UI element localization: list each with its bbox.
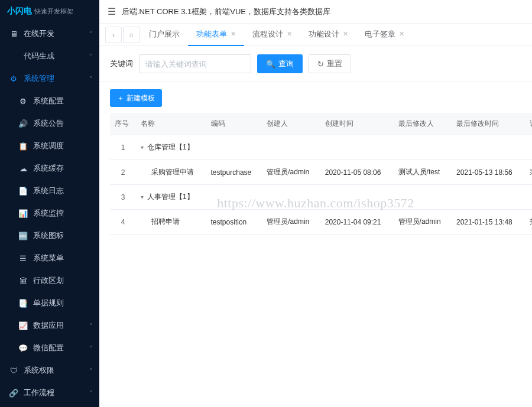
sidebar-subitem[interactable]: 🏛行政区划 xyxy=(0,269,99,292)
hamburger-icon[interactable]: ☰ xyxy=(108,6,116,17)
sidebar-subitem[interactable]: ⚙系统配置 xyxy=(0,90,99,112)
close-icon[interactable]: ✕ xyxy=(231,30,236,38)
menu-icon: ⚙ xyxy=(18,97,28,106)
topbar: ☰ 后端.NET CORE 3.1框架，前端VUE，数据库支持各类数据库 xyxy=(99,0,532,24)
menu-label: 系统调度 xyxy=(33,141,64,151)
tabs-home-icon[interactable]: ⌂ xyxy=(123,27,140,43)
cell-modified: 2021-05-13 18:56 xyxy=(452,160,525,185)
menu-label: 代码生成 xyxy=(24,51,54,61)
sidebar-item[interactable]: 🖥在线开发˅ xyxy=(0,22,99,45)
sidebar-subitem[interactable]: 📑单据规则 xyxy=(0,292,99,314)
sidebar-item[interactable]: 🔗工作流程˅ xyxy=(0,382,99,404)
menu-icon: 📈 xyxy=(18,321,28,330)
reset-icon: ↻ xyxy=(317,60,324,69)
menu-icon: 🔗 xyxy=(8,389,19,398)
keyword-input[interactable] xyxy=(139,54,251,73)
table-row[interactable]: 3▾人事管理【1】 xyxy=(110,185,532,210)
tab[interactable]: 流程设计✕ xyxy=(244,24,300,46)
sidebar-subitem[interactable]: ☰系统菜单 xyxy=(0,247,99,269)
row-index: 2 xyxy=(110,160,136,185)
add-template-button[interactable]: ＋ 新建模板 xyxy=(110,89,162,107)
chevron-down-icon: ˅ xyxy=(89,53,92,60)
filter-bar: 关键词 🔍 查询 ↻ 重置 xyxy=(99,46,532,82)
table-row[interactable]: 2采购管理申请testpurchase管理员/admin2020-11-05 0… xyxy=(110,160,532,185)
menu-label: 系统权限 xyxy=(24,365,54,376)
toolbar: ＋ 新建模板 xyxy=(99,82,532,113)
close-icon[interactable]: ✕ xyxy=(399,30,404,38)
cell-name: 招聘申请 xyxy=(136,210,206,235)
close-icon[interactable]: ✕ xyxy=(343,30,348,38)
table-header: 序号 xyxy=(110,113,136,135)
reset-button[interactable]: ↻ 重置 xyxy=(309,54,351,73)
table-header: 最后修改人 xyxy=(394,113,452,135)
row-index: 3 xyxy=(110,185,136,210)
cell-creator: 管理员/admin xyxy=(262,210,320,235)
table-header: 最后修改时间 xyxy=(452,113,525,135)
tabs-prev-icon[interactable]: ‹ xyxy=(105,27,122,43)
caret-down-icon[interactable]: ▾ xyxy=(141,194,144,200)
table-row[interactable]: 1▾仓库管理【1】 xyxy=(110,135,532,160)
sidebar-item[interactable]: ▦扩展应用˅ xyxy=(0,404,99,407)
sidebar-subitem[interactable]: ☁系统缓存 xyxy=(0,157,99,180)
table-container: 序号名称编码创建人创建时间最后修改人最后修改时间说明 1▾仓库管理【1】2采购管… xyxy=(99,113,532,407)
table-header: 创建人 xyxy=(262,113,320,135)
menu-label: 系统公告 xyxy=(33,118,64,129)
menu-label: 单据规则 xyxy=(33,298,64,308)
chevron-down-icon: ˅ xyxy=(89,31,92,37)
cell-modifier: 测试人员/test xyxy=(394,160,452,185)
reset-button-label: 重置 xyxy=(327,58,342,69)
tab[interactable]: 功能设计✕ xyxy=(300,24,356,46)
table-header: 名称 xyxy=(136,113,206,135)
brand-subtitle: 快速开发框架 xyxy=(34,7,73,16)
menu-icon: 📊 xyxy=(18,209,28,218)
row-index: 1 xyxy=(110,135,136,160)
cell-code: testposition xyxy=(206,210,262,235)
tab[interactable]: 门户展示 xyxy=(141,24,188,46)
sidebar-subitem[interactable]: 🔊系统公告 xyxy=(0,112,99,135)
tab[interactable]: 电子签章✕ xyxy=(356,24,413,46)
chevron-down-icon: ˅ xyxy=(89,390,92,396)
caret-down-icon[interactable]: ▾ xyxy=(141,144,144,151)
menu-label: 系统菜单 xyxy=(33,253,64,263)
tab[interactable]: 功能表单✕ xyxy=(188,24,244,46)
page-title: 后端.NET CORE 3.1框架，前端VUE，数据库支持各类数据库 xyxy=(122,6,330,17)
menu-icon: ☰ xyxy=(18,254,28,263)
menu-label: 系统日志 xyxy=(33,185,64,196)
menu-label: 系统管理 xyxy=(24,73,54,84)
sidebar-subitem[interactable]: 📈数据应用˅ xyxy=(0,314,99,337)
sidebar-item[interactable]: ⚙系统管理˄ xyxy=(0,67,99,90)
sidebar-item[interactable]: 🛡系统权限˅ xyxy=(0,359,99,382)
close-icon[interactable]: ✕ xyxy=(287,30,292,38)
tab-label: 门户展示 xyxy=(149,29,180,40)
sidebar-subitem[interactable]: 💬微信配置˅ xyxy=(0,337,99,359)
search-button[interactable]: 🔍 查询 xyxy=(257,54,303,73)
menu-icon: 📄 xyxy=(18,187,28,196)
menu-icon: ⚙ xyxy=(8,74,19,83)
menu-icon: 📑 xyxy=(18,299,28,308)
sidebar-subitem[interactable]: 📄系统日志 xyxy=(0,180,99,202)
chevron-down-icon: ˅ xyxy=(89,323,92,329)
menu-icon: 🏛 xyxy=(18,276,28,285)
sidebar-subitem[interactable]: 📋系统调度 xyxy=(0,135,99,157)
menu-icon: 🔊 xyxy=(18,119,28,128)
menu-label: 工作流程 xyxy=(24,388,54,398)
sidebar-subitem[interactable]: 📊系统监控 xyxy=(0,202,99,224)
chevron-up-icon: ˄ xyxy=(89,76,92,82)
cell-desc: 采购管 xyxy=(525,160,532,185)
sidebar: 小闪电 快速开发框架 🖥在线开发˅代码生成˅⚙系统管理˄⚙系统配置🔊系统公告📋系… xyxy=(0,0,99,407)
sidebar-item[interactable]: 代码生成˅ xyxy=(0,45,99,67)
menu-icon: 📋 xyxy=(18,142,28,151)
menu-label: 数据应用 xyxy=(33,320,64,331)
sidebar-subitem[interactable]: 🔤系统图标 xyxy=(0,224,99,247)
plus-icon: ＋ xyxy=(117,93,124,103)
cell-created: 2020-11-05 08:06 xyxy=(320,160,394,185)
search-icon: 🔍 xyxy=(266,60,275,69)
group-name: ▾人事管理【1】 xyxy=(136,185,532,210)
chevron-down-icon: ˅ xyxy=(89,345,92,351)
menu-label: 系统配置 xyxy=(33,96,64,106)
menu-label: 系统缓存 xyxy=(33,163,64,174)
menu-label: 系统监控 xyxy=(33,208,64,219)
add-button-label: 新建模板 xyxy=(126,93,155,103)
cell-code: testpurchase xyxy=(206,160,262,185)
table-row[interactable]: 4招聘申请testposition管理员/admin2020-11-04 09:… xyxy=(110,210,532,235)
